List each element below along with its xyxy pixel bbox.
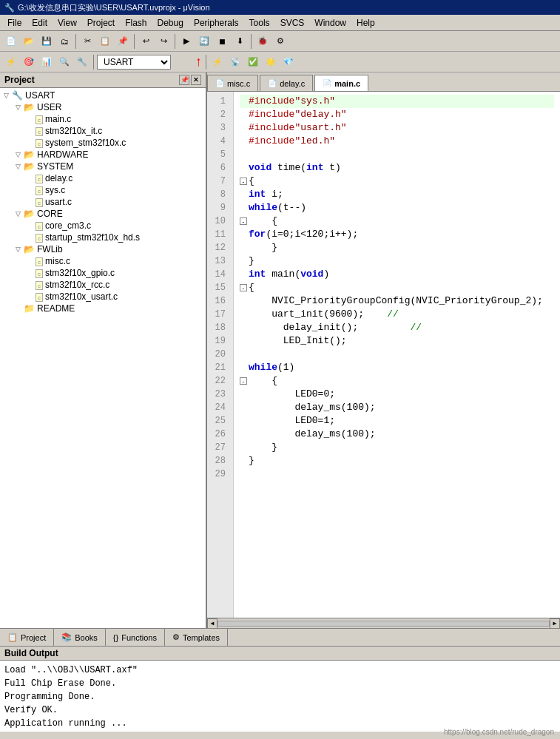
- new-file-btn[interactable]: 📄: [3, 33, 19, 50]
- copy-btn[interactable]: 📋: [97, 33, 113, 50]
- menu-item-view[interactable]: View: [53, 16, 81, 30]
- menu-item-peripherals[interactable]: Peripherals: [189, 16, 243, 30]
- tb2-btn10[interactable]: 💎: [280, 54, 297, 70]
- options-btn[interactable]: ⚙: [272, 33, 289, 50]
- panel-close-btn[interactable]: ✕: [191, 75, 201, 85]
- tab-icon: 📄: [215, 79, 224, 87]
- menu-item-window[interactable]: Window: [310, 16, 351, 30]
- rebuild-btn[interactable]: 🔄: [196, 33, 212, 50]
- bottom-tab-templates[interactable]: ⚙ Templates: [165, 629, 228, 646]
- code-line: #include "led.h": [240, 135, 554, 148]
- fold-btn[interactable]: -: [240, 284, 247, 291]
- menu-item-help[interactable]: Help: [352, 16, 379, 30]
- save-all-btn[interactable]: 🗂: [56, 33, 72, 50]
- tb2-btn4[interactable]: 🔍: [56, 54, 72, 70]
- tree-item[interactable]: ▽📂HARDWARE: [1, 149, 204, 161]
- code-line: }: [240, 441, 554, 454]
- bottom-tab-functions[interactable]: {} Functions: [106, 629, 165, 646]
- menu-item-svcs[interactable]: SVCS: [276, 16, 309, 30]
- tab-bar: 📄misc.c📄delay.c📄main.c: [207, 72, 560, 92]
- tree-item[interactable]: cstm32f10x_it.c: [1, 125, 204, 137]
- menu-item-tools[interactable]: Tools: [245, 16, 274, 30]
- tb2-btn1[interactable]: ⚡: [3, 54, 19, 70]
- tree-item[interactable]: ▽📂USER: [1, 101, 204, 113]
- fold-btn[interactable]: -: [240, 217, 247, 225]
- tree-item[interactable]: ▽📂CORE: [1, 208, 204, 220]
- tb2-btn9[interactable]: 🌟: [263, 54, 279, 70]
- fold-btn[interactable]: -: [240, 377, 247, 385]
- tree-item[interactable]: ccore_cm3.c: [1, 220, 204, 232]
- menu-item-file[interactable]: File: [3, 16, 26, 30]
- scroll-track[interactable]: [217, 621, 550, 627]
- menu-item-flash[interactable]: Flash: [121, 16, 151, 30]
- download-btn[interactable]: ⬇: [232, 33, 248, 50]
- redo-btn[interactable]: ↪: [155, 33, 172, 50]
- tb2-btn7[interactable]: 📡: [227, 54, 243, 70]
- tb2-btn5[interactable]: 🔧: [74, 54, 90, 70]
- panel-title: Project: [4, 75, 35, 85]
- scroll-left-btn[interactable]: ◀: [207, 618, 217, 629]
- editor-tab-main-c[interactable]: 📄main.c: [314, 75, 368, 91]
- tree-item[interactable]: cstartup_stm32f10x_hd.s: [1, 232, 204, 243]
- tree-item[interactable]: csys.c: [1, 184, 204, 196]
- expand-icon: [25, 186, 34, 195]
- code-line: delay_ms(100);: [240, 428, 554, 441]
- line-number: 27: [212, 441, 229, 454]
- folder-icon: 📂: [24, 209, 35, 219]
- panel-header-btns: 📌 ✕: [179, 75, 201, 85]
- bottom-tab-icon: {}: [113, 633, 118, 642]
- tree-item[interactable]: ▽📂FWLib: [1, 243, 204, 255]
- tb2-btn3[interactable]: 📊: [38, 54, 55, 70]
- tree-item[interactable]: cstm32f10x_rcc.c: [1, 279, 204, 291]
- debug-btn[interactable]: 🐞: [254, 33, 271, 50]
- tree-item[interactable]: ▽🔧USART: [1, 90, 204, 101]
- tb2-btn2[interactable]: 🎯: [21, 54, 37, 70]
- tree-item[interactable]: cdelay.c: [1, 172, 204, 184]
- editor-tab-misc-c[interactable]: 📄misc.c: [207, 75, 258, 91]
- code-editor[interactable]: 1234567891011121314151617181920212223242…: [207, 92, 560, 618]
- menu-item-edit[interactable]: Edit: [27, 16, 52, 30]
- code-line: LED0=0;: [240, 388, 554, 401]
- undo-btn[interactable]: ↩: [138, 33, 154, 50]
- tree-item[interactable]: cstm32f10x_gpio.c: [1, 267, 204, 279]
- tb2-btn6[interactable]: ⚡: [209, 54, 226, 70]
- tree-item[interactable]: cmisc.c: [1, 255, 204, 267]
- tb2-btn8[interactable]: ✅: [245, 54, 261, 70]
- stop-btn[interactable]: ⏹: [214, 33, 230, 50]
- tree-item[interactable]: cmain.c: [1, 113, 204, 125]
- line-number: 14: [212, 268, 229, 281]
- save-btn[interactable]: 💾: [38, 33, 55, 50]
- expand-icon: ▽: [13, 103, 22, 112]
- folder-icon: 📂: [24, 244, 35, 254]
- tree-item-label: main.c: [45, 114, 71, 124]
- bottom-tab-books[interactable]: 📚 Books: [54, 629, 106, 646]
- bottom-tab-project[interactable]: 📋 Project: [0, 629, 54, 646]
- project-tree[interactable]: ▽🔧USART▽📂USERcmain.ccstm32f10x_it.ccsyst…: [0, 88, 206, 628]
- tree-item[interactable]: cstm32f10x_usart.c: [1, 291, 204, 303]
- sep-3: [175, 34, 175, 49]
- tree-item[interactable]: ▽📂SYSTEM: [1, 161, 204, 172]
- fold-btn[interactable]: -: [240, 178, 247, 185]
- code-line: - {: [240, 215, 554, 228]
- sep-2: [134, 34, 135, 49]
- tree-item[interactable]: csystem_stm32f10x.c: [1, 137, 204, 149]
- build-output-line: Verify OK.: [4, 703, 556, 717]
- menu-item-debug[interactable]: Debug: [153, 16, 188, 30]
- open-btn[interactable]: 📂: [21, 33, 37, 50]
- editor-scrollbar[interactable]: ◀ ▶: [207, 618, 560, 628]
- tree-item[interactable]: cusart.c: [1, 196, 204, 208]
- panel-pin-btn[interactable]: 📌: [179, 75, 189, 85]
- line-number: 21: [212, 361, 229, 374]
- code-content[interactable]: #include "sys.h"#include "delay.h"#inclu…: [234, 92, 560, 618]
- code-line: #include "usart.h": [240, 121, 554, 135]
- menu-item-project[interactable]: Project: [83, 16, 119, 30]
- target-dropdown[interactable]: USART: [97, 55, 171, 70]
- expand-icon: ▽: [1, 91, 10, 100]
- tree-item[interactable]: 📁README: [1, 303, 204, 314]
- build-btn[interactable]: ▶: [178, 33, 195, 50]
- line-number: 18: [212, 321, 229, 334]
- cut-btn[interactable]: ✂: [79, 33, 95, 50]
- editor-tab-delay-c[interactable]: 📄delay.c: [260, 75, 313, 91]
- scroll-right-btn[interactable]: ▶: [550, 618, 560, 629]
- paste-btn[interactable]: 📌: [115, 33, 131, 50]
